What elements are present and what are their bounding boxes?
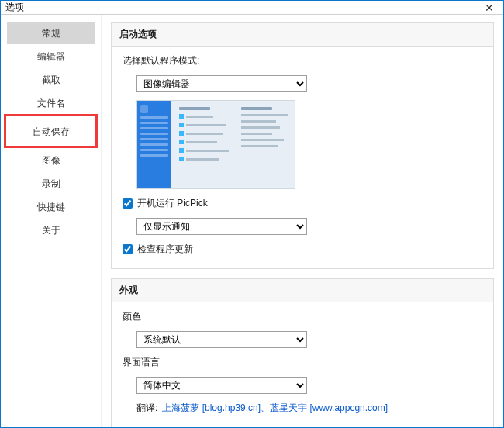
notify-select[interactable]: 仅显示通知 — [123, 218, 482, 235]
titlebar: 选项 ✕ — [1, 1, 503, 15]
sidebar-item-about[interactable]: 关于 — [7, 219, 95, 241]
sidebar-item-editor[interactable]: 编辑器 — [7, 46, 95, 67]
preview-image — [123, 100, 482, 189]
sidebar-item-general[interactable]: 常规 — [7, 22, 95, 44]
sidebar-item-image[interactable]: 图像 — [7, 150, 95, 171]
highlight-box: 自动保存 — [4, 114, 98, 148]
close-button[interactable]: ✕ — [480, 2, 499, 14]
window-title: 选项 — [5, 1, 24, 14]
lang-label: 界面语言 — [123, 356, 482, 369]
lang-select[interactable]: 简体中文 — [123, 377, 482, 394]
sidebar: 常规 编辑器 截取 文件名 自动保存 图像 录制 快捷键 关于 — [1, 15, 102, 428]
check-update-checkbox[interactable] — [123, 244, 133, 254]
sidebar-item-hotkeys[interactable]: 快捷键 — [7, 196, 95, 218]
default-mode-select[interactable]: 图像编辑器 — [123, 75, 482, 92]
appearance-header: 外观 — [112, 279, 493, 302]
appearance-panel: 外观 颜色 系统默认 界面语言 简体中文 翻译: 上海菠萝 [blog.hp39… — [111, 278, 494, 428]
check-update-label: 检查程序更新 — [137, 243, 193, 256]
dialog-body: 常规 编辑器 截取 文件名 自动保存 图像 录制 快捷键 关于 启动选项 选择默… — [1, 15, 503, 428]
run-on-boot-check[interactable]: 开机运行 PicPick — [123, 197, 482, 210]
color-label: 颜色 — [123, 310, 482, 323]
color-select[interactable]: 系统默认 — [123, 331, 482, 348]
main-area: 启动选项 选择默认程序模式: 图像编辑器 — [102, 15, 503, 428]
run-on-boot-checkbox[interactable] — [123, 198, 133, 209]
sidebar-item-capture[interactable]: 截取 — [7, 69, 95, 91]
translate-row: 翻译: 上海菠萝 [blog.hp39.cn]、蓝星天宇 [www.appcgn… — [123, 402, 482, 415]
sidebar-item-record[interactable]: 录制 — [7, 173, 95, 195]
sidebar-item-filename[interactable]: 文件名 — [7, 92, 95, 114]
run-on-boot-label: 开机运行 PicPick — [137, 197, 208, 210]
default-mode-label: 选择默认程序模式: — [123, 54, 482, 67]
check-update-check[interactable]: 检查程序更新 — [123, 243, 482, 256]
translate-label: 翻译: — [136, 402, 157, 415]
sidebar-item-autosave[interactable]: 自动保存 — [9, 121, 92, 143]
startup-panel: 启动选项 选择默认程序模式: 图像编辑器 — [111, 22, 494, 269]
translators-link[interactable]: 上海菠萝 [blog.hp39.cn]、蓝星天宇 [www.appcgn.com… — [162, 402, 388, 415]
startup-header: 启动选项 — [112, 23, 493, 47]
